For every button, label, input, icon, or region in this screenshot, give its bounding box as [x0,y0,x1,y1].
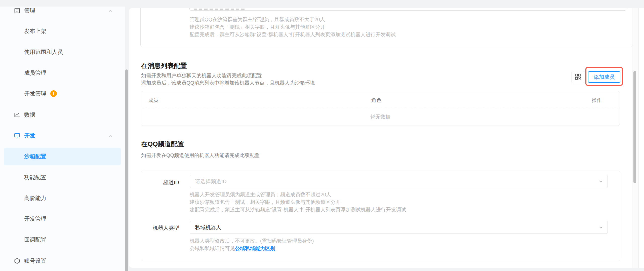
channel-section-desc: 如需开发在QQ频道使用的机器人功能请完成此项配置 [141,152,260,159]
qr-code-icon [575,73,581,81]
sidebar-item-label: 沙箱配置 [24,153,46,160]
sidebar-item-members[interactable]: 成员管理 [0,67,125,79]
chevron-down-icon [598,225,603,230]
hexagon-icon [14,258,20,264]
sidebar-item-label: 账号设置 [24,257,46,265]
sidebar-item-label: 功能配置 [24,174,46,181]
sidebar-item-label: 开发管理 [24,215,46,223]
bot-type-label: 机器人类型 [141,224,179,231]
add-member-button[interactable]: 添加成员 [588,71,620,83]
group-select-cutoff[interactable] [189,8,626,11]
sidebar-item-publish[interactable]: 发布上架 [0,26,125,37]
channel-id-placeholder: 请选择频道ID [190,178,227,185]
chevron-down-icon [598,179,603,184]
sidebar-item-label: 发布上架 [24,27,46,35]
channel-section-title: 在QQ频道配置 [141,140,184,148]
monitor-icon [14,132,20,139]
channel-id-label: 频道ID [141,179,179,186]
sidebar-item-label: 管理 [24,7,35,14]
group-helper-text: 管理员QQ在沙箱群需为群主/管理员，且群成员数不大于20人 建议沙箱群包含「测试… [189,16,396,38]
helper-link-prefix: 公域和私域详情可见 [190,246,235,251]
table-header-role: 角色 [371,97,381,104]
helper-line: 建议沙箱群包含「测试」相关字眼，且群头像与其他群区分开 [189,23,396,31]
sidebar-item-label: 使用范围和人员 [24,48,63,56]
chart-icon [14,112,20,118]
warning-badge: ! [50,90,57,97]
sidebar: 管理 发布上架 使用范围和人员 成员管理 开发管理 ! 数据 开发 [0,7,125,271]
desc-line: 如需开发和用户单独聊天的机器人功能请完成此项配置 [141,72,315,79]
sidebar-item-dev-manage[interactable]: 开发管理 ! [0,88,125,99]
main-content-panel: 管理员QQ在沙箱群需为群主/管理员，且群成员数不大于20人 建议沙箱群包含「测试… [129,8,644,268]
channel-id-helper-text: 机器人开发管理员须为频道主或管理员；频道成员数不超过20人 建议沙箱频道包含「测… [190,191,406,213]
sidebar-item-label: 开发 [24,132,35,139]
helper-line: 建议沙箱频道包含「测试」相关字眼，且频道头像与其他频道区分开 [190,198,406,206]
sidebar-item-label: 数据 [24,111,35,119]
sidebar-scrollbar-thumb[interactable] [125,69,128,271]
helper-line: 配置完成后，群主可从沙箱群“设置-群机器人”打开机器人列表页添加测试机器人进行开… [189,31,396,38]
helper-line-with-link: 公域和私域详情可见公域私域能力区别 [190,245,314,252]
sidebar-item-callback-config[interactable]: 回调配置 [0,234,125,245]
helper-line: 建配置完成后，频道主可从沙箱频道“设置-机器人”打开机器人列表页添加测试机器人进… [190,206,406,213]
helper-line: 机器人类型修改后，不可更改。(需扫码验证管理员身份) [190,237,314,245]
table-divider [141,108,620,108]
channel-id-select[interactable]: 请选择频道ID [190,175,608,188]
message-section-title: 在消息列表配置 [141,61,187,70]
members-table: 成员 角色 操作 暂无数据 [141,91,620,126]
sidebar-item-label: 成员管理 [24,69,46,77]
sidebar-item-dev-manage-2[interactable]: 开发管理 [0,213,125,224]
bot-type-helper-text: 机器人类型修改后，不可更改。(需扫码验证管理员身份) 公域和私域详情可见公域私域… [190,237,314,252]
bot-type-value: 私域机器人 [190,224,221,231]
helper-line: 机器人开发管理员须为频道主或管理员；频道成员数不超过20人 [190,191,406,198]
capability-difference-link[interactable]: 公域私域能力区别 [235,246,275,251]
content-scrollbar-thumb[interactable] [633,71,636,183]
sidebar-item-sandbox-config[interactable]: 沙箱配置 [4,148,121,165]
sidebar-item-data[interactable]: 数据 [0,109,125,121]
table-header-member: 成员 [148,97,158,104]
sidebar-item-advanced[interactable]: 高阶能力 [0,193,125,204]
table-empty-text: 暂无数据 [141,113,620,120]
bot-type-select[interactable]: 私域机器人 [190,221,608,234]
sidebar-item-develop[interactable]: 开发 [0,130,125,141]
chevron-up-icon[interactable] [108,8,112,13]
sidebar-item-label: 回调配置 [24,236,46,244]
sidebar-item-label: 高阶能力 [24,195,46,202]
sidebar-item-manage[interactable]: 管理 [0,5,125,16]
channel-config-card: 频道ID 请选择频道ID 机器人开发管理员须为频道主或管理员；频道成员数不超过2… [141,171,620,261]
helper-line: 管理员QQ在沙箱群需为群主/管理员，且群成员数不大于20人 [189,16,396,23]
message-section-desc: 如需开发和用户单独聊天的机器人功能请完成此项配置 添加成员后，该成员QQ消息列表… [141,72,315,87]
sidebar-item-scope[interactable]: 使用范围和人员 [0,47,125,58]
sidebar-item-label: 开发管理 [24,90,46,97]
sidebar-item-account-settings[interactable]: 账号设置 [0,255,125,266]
cutoff-text-remnant [194,9,247,10]
sidebar-item-feature-config[interactable]: 功能配置 [0,172,125,183]
table-header-action: 操作 [592,97,602,104]
qr-code-button[interactable] [572,71,584,83]
desc-line: 添加成员后，该成员QQ消息列表中将增加该机器人节点，且机器人为沙箱环境 [141,79,315,87]
list-icon [14,7,20,14]
chevron-up-icon[interactable] [108,133,112,138]
